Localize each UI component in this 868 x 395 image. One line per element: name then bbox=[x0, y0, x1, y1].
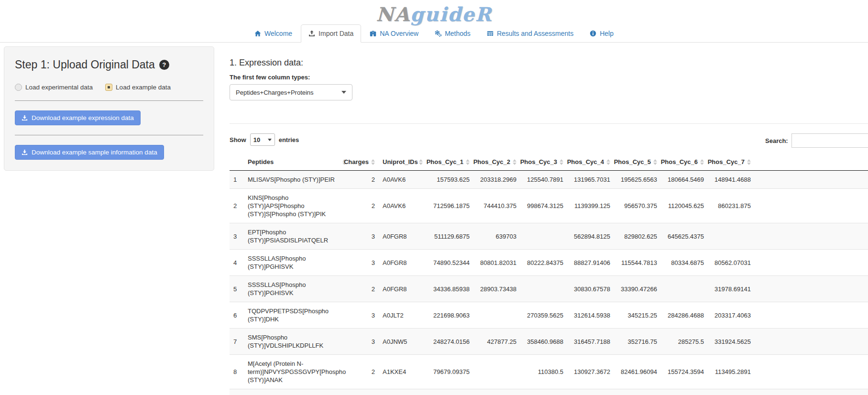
column-types-dropdown[interactable]: Peptides+Charges+Proteins bbox=[230, 84, 352, 100]
radio-selected-icon[interactable] bbox=[105, 84, 112, 91]
tab-methods[interactable]: Methods bbox=[427, 24, 478, 43]
tab-results-and-assessments[interactable]: Results and Assessments bbox=[479, 24, 581, 43]
table-row: 4SSSSLLAS[Phospho (STY)]PGHISVK3A0FGR874… bbox=[230, 250, 868, 276]
table-cell: 511129.6875 bbox=[427, 223, 473, 250]
table-cell: 110380.5 bbox=[520, 355, 567, 389]
tab-welcome[interactable]: Welcome bbox=[247, 24, 300, 43]
column-label: Phos_Cyc_6 bbox=[661, 158, 698, 165]
table-cell: 82461.96094 bbox=[614, 355, 661, 389]
table-spacer-cell bbox=[755, 171, 868, 189]
table-cell: 2 bbox=[350, 171, 379, 189]
table-cell: 34336.85938 bbox=[427, 276, 473, 302]
table-cell: 125540.7891 bbox=[520, 171, 567, 189]
table-cell bbox=[520, 276, 567, 302]
column-header-phos_cyc_6[interactable]: Phos_Cyc_6 bbox=[661, 154, 708, 171]
content-divider bbox=[230, 123, 868, 124]
column-header-phos_cyc_4[interactable]: Phos_Cyc_4 bbox=[567, 154, 614, 171]
column-types-label: The first few column types: bbox=[230, 74, 868, 81]
binoculars-icon bbox=[370, 30, 376, 37]
table-cell: 130927.3672 bbox=[567, 355, 614, 389]
column-header-peptides[interactable]: Peptides bbox=[244, 154, 350, 171]
table-cell: 331924.5625 bbox=[708, 329, 755, 355]
table-cell: 203317.4063 bbox=[708, 302, 755, 329]
radio-label: Load experimental data bbox=[25, 84, 93, 91]
column-label: Phos_Cyc_2 bbox=[473, 158, 510, 165]
download-icon bbox=[22, 115, 28, 121]
table-cell: 180664.5469 bbox=[661, 171, 708, 189]
table-cell: 3 bbox=[350, 302, 379, 329]
table-cell bbox=[230, 389, 868, 395]
table-cell: 74890.52344 bbox=[427, 250, 473, 276]
table-cell: 115544.7813 bbox=[614, 250, 661, 276]
sort-icon bbox=[371, 159, 375, 165]
table-cell: 80801.82031 bbox=[473, 250, 520, 276]
search-input[interactable] bbox=[791, 133, 868, 148]
table-cell: 316457.7188 bbox=[567, 329, 614, 355]
table-header-row: PeptidesChargesUniprot_IDsPhos_Cyc_1Phos… bbox=[230, 154, 868, 171]
column-header-phos_cyc_3[interactable]: Phos_Cyc_3 bbox=[520, 154, 567, 171]
column-header-phos_cyc_5[interactable]: Phos_Cyc_5 bbox=[614, 154, 661, 171]
tab-na-overview[interactable]: NA Overview bbox=[362, 24, 426, 43]
tab-help[interactable]: Help bbox=[582, 24, 621, 43]
column-header-phos_cyc_7[interactable]: Phos_Cyc_7 bbox=[708, 154, 755, 171]
tab-label: NA Overview bbox=[380, 30, 418, 37]
column-header-charges[interactable]: Charges bbox=[350, 154, 379, 171]
radio-unselected-icon[interactable] bbox=[15, 84, 22, 91]
download-sample-information-button[interactable]: Download example sample information data bbox=[15, 145, 164, 160]
upload-icon bbox=[308, 30, 315, 37]
table-cell: M[Acetyl (Protein N-term)]NPVYSPGSSGVPY[… bbox=[244, 355, 350, 389]
radio-load-example-data[interactable]: Load example data bbox=[105, 84, 171, 91]
table-row: 5SSSSLLAS[Phospho (STY)]PGHISVK2A0FGR834… bbox=[230, 276, 868, 302]
column-header-phos_cyc_1[interactable]: Phos_Cyc_1 bbox=[427, 154, 473, 171]
table-cell: 712596.1875 bbox=[427, 189, 473, 223]
table-cell: 33390.47266 bbox=[614, 276, 661, 302]
table-cell: 4 bbox=[230, 250, 244, 276]
table-cell bbox=[661, 276, 708, 302]
question-circle-icon[interactable]: ? bbox=[159, 60, 169, 70]
table-cell: 1 bbox=[230, 171, 244, 189]
table-cell: 345215.25 bbox=[614, 302, 661, 329]
table-cell: 148941.4688 bbox=[708, 171, 755, 189]
table-cell: 562894.8125 bbox=[567, 223, 614, 250]
column-label: Phos_Cyc_4 bbox=[567, 158, 604, 165]
button-label: Download example expression data bbox=[32, 114, 134, 121]
table-cell: A0FGR8 bbox=[379, 250, 427, 276]
column-header-phos_cyc_2[interactable]: Phos_Cyc_2 bbox=[473, 154, 520, 171]
table-spacer-cell bbox=[755, 189, 868, 223]
tab-import-data[interactable]: Import Data bbox=[301, 24, 361, 43]
column-header-uniprot_ids[interactable]: Uniprot_IDs bbox=[379, 154, 427, 171]
table-controls: Show 10 entries Search: bbox=[230, 133, 868, 148]
logo-part-guider: guideR bbox=[410, 3, 492, 25]
table-cell: 80222.84375 bbox=[520, 250, 567, 276]
table-cell: 7 bbox=[230, 329, 244, 355]
table-cell: 1120045.625 bbox=[661, 189, 708, 223]
table-spacer-cell bbox=[755, 355, 868, 389]
sort-icon bbox=[747, 159, 751, 165]
table-cell: 6 bbox=[230, 302, 244, 329]
table-cell: A0JNW5 bbox=[379, 329, 427, 355]
table-cell: 352716.75 bbox=[614, 329, 661, 355]
table-cell: 645625.4375 bbox=[661, 223, 708, 250]
table-spacer-cell bbox=[755, 223, 868, 250]
column-label: Charges bbox=[344, 158, 369, 165]
radio-load-experimental-data[interactable]: Load experimental data bbox=[15, 84, 93, 91]
download-expression-data-button[interactable]: Download example expression data bbox=[15, 110, 141, 125]
table-cell: SSSSLLAS[Phospho (STY)]PGHISVK bbox=[244, 276, 350, 302]
table-cell: 358460.9688 bbox=[520, 329, 567, 355]
radio-label: Load example data bbox=[116, 84, 171, 91]
table-cell: 312614.5938 bbox=[567, 302, 614, 329]
sidebar-divider bbox=[15, 100, 203, 101]
page-length-select[interactable]: 10 bbox=[250, 133, 275, 146]
table-cell: 131965.7031 bbox=[567, 171, 614, 189]
table-cell: 744410.375 bbox=[473, 189, 520, 223]
table-cell: 28903.73438 bbox=[473, 276, 520, 302]
column-header-index[interactable] bbox=[230, 154, 244, 171]
table-cell: SSSSLLAS[Phospho (STY)]PGHISVK bbox=[244, 250, 350, 276]
table-cell: 157593.625 bbox=[427, 171, 473, 189]
table-row: 6TQDPVPPETPSDS[Phospho (STY)]DHK3A0JLT22… bbox=[230, 302, 868, 329]
table-spacer-cell bbox=[755, 329, 868, 355]
table-cell: 203318.2969 bbox=[473, 171, 520, 189]
table-cell: 80562.07031 bbox=[708, 250, 755, 276]
table-spacer bbox=[755, 154, 868, 171]
table-cell: 639703 bbox=[473, 223, 520, 250]
